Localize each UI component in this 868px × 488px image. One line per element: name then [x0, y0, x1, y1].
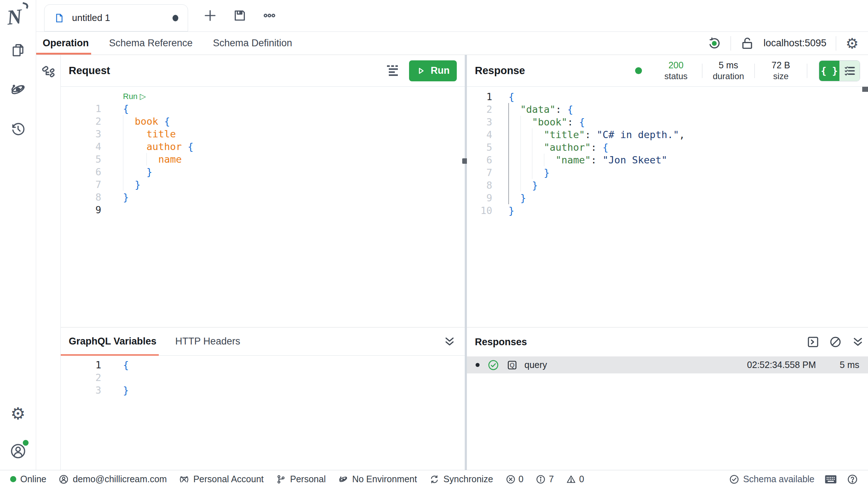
line-number: 4 [467, 128, 492, 141]
code-line[interactable]: 5 name [61, 153, 465, 166]
code-line[interactable]: 5 "author": { [467, 141, 868, 154]
line-number: 6 [467, 154, 492, 166]
tab-schema-definition[interactable]: Schema Definition [203, 32, 302, 55]
line-number: 7 [467, 166, 492, 179]
environment-atom-icon [338, 474, 348, 484]
line-number: 9 [467, 192, 492, 204]
code-line[interactable]: 10} [467, 204, 868, 217]
request-pane: Request Run Run ▷ [36, 55, 465, 470]
clear-responses-icon[interactable] [829, 335, 842, 348]
divider [836, 36, 836, 51]
history-icon[interactable] [9, 119, 27, 138]
connection-settings-gear-icon[interactable]: ⚙ [846, 36, 859, 51]
line-number: 9 [61, 204, 101, 216]
code-line[interactable]: 9 [61, 204, 465, 216]
run-button[interactable]: Run [409, 60, 457, 81]
new-tab-button[interactable] [202, 7, 218, 24]
workspace-selector[interactable]: Personal Account [179, 474, 264, 484]
help-icon[interactable] [847, 474, 858, 485]
response-history-row[interactable]: Q query 02:52:34.558 PM 5 ms [467, 356, 868, 373]
app-logo-icon[interactable]: N [7, 4, 29, 27]
success-check-icon [488, 359, 499, 371]
line-number: 1 [467, 90, 492, 103]
code-line[interactable]: 6 } [61, 166, 465, 178]
code-line[interactable]: 1{ [61, 102, 465, 115]
error-count[interactable]: 0 [506, 474, 524, 484]
line-number: 3 [61, 384, 101, 397]
collapse-panel-icon[interactable] [443, 335, 456, 348]
code-line[interactable]: 2 "data": { [467, 103, 868, 116]
settings-gear-icon[interactable]: ⚙ [9, 404, 27, 423]
code-line[interactable]: 1{ [467, 90, 868, 103]
more-options-icon[interactable] [261, 7, 278, 24]
sync-icon [429, 474, 439, 484]
request-editor[interactable]: Run ▷ 1{2 book {3 title4 author {5 name6… [61, 87, 465, 327]
code-line[interactable]: 2 [61, 371, 465, 384]
tab-http-headers[interactable]: HTTP Headers [166, 328, 250, 355]
code-line[interactable]: 4 author { [61, 140, 465, 153]
code-line[interactable]: 4 "title": "C# in depth.", [467, 128, 868, 141]
code-line[interactable]: 2 book { [61, 115, 465, 128]
tab-schema-reference[interactable]: Schema Reference [99, 32, 203, 55]
status-code-stat: 200 status [659, 60, 693, 81]
line-number: 4 [61, 140, 101, 153]
schema-status[interactable]: Schema available [729, 474, 814, 484]
line-number: 8 [467, 179, 492, 192]
lock-open-icon[interactable] [740, 37, 754, 50]
line-number: 1 [61, 359, 101, 371]
account-avatar-icon[interactable] [9, 442, 27, 461]
response-viewer[interactable]: 1{2 "data": {3 "book": {4 "title": "C# i… [467, 87, 868, 327]
code-line[interactable]: 7 } [61, 178, 465, 191]
documents-icon[interactable] [9, 41, 27, 60]
response-view-toggle: { } [819, 60, 860, 81]
code-line[interactable]: 1{ [61, 359, 465, 371]
account-email[interactable]: demo@chillicream.com [59, 474, 167, 484]
code-line[interactable]: 3 "book": { [467, 116, 868, 128]
code-view-button[interactable]: { } [819, 61, 839, 81]
code-line[interactable]: 3 title [61, 128, 465, 140]
synchronize-button[interactable]: Synchronize [429, 474, 493, 484]
request-code[interactable]: 1{2 book {3 title4 author {5 name6 }7 }8… [61, 102, 465, 216]
code-line[interactable]: 3} [61, 384, 465, 397]
tab-graphql-variables[interactable]: GraphQL Variables [61, 328, 166, 355]
play-icon [416, 66, 426, 76]
document-tab[interactable]: untitled 1 [44, 4, 188, 31]
info-count[interactable]: 7 [536, 474, 554, 484]
line-number: 7 [61, 178, 101, 191]
query-kind-icon: Q [506, 359, 518, 371]
code-line[interactable]: 8 } [467, 179, 868, 192]
request-tool-gutter [36, 55, 61, 470]
code-line[interactable]: 6 "name": "Jon Skeet" [467, 154, 868, 166]
run-codelens[interactable]: Run ▷ [61, 90, 465, 102]
collapse-panel-icon[interactable] [851, 335, 864, 348]
variables-editor[interactable]: 1{23} [61, 356, 465, 470]
code-line[interactable]: 7 } [467, 166, 868, 179]
open-in-console-icon[interactable] [807, 335, 820, 348]
operations-tree-icon[interactable] [41, 64, 56, 80]
variables-code[interactable]: 1{23} [61, 359, 465, 397]
scrollbar-thumb[interactable] [862, 87, 868, 92]
line-number: 2 [61, 115, 101, 128]
tab-operation[interactable]: Operation [36, 32, 99, 55]
request-panel: Request Run Run ▷ [61, 55, 465, 470]
format-document-icon[interactable] [385, 63, 400, 79]
info-circle-icon [536, 474, 546, 484]
environment-selector[interactable]: No Environment [338, 474, 417, 484]
list-view-button[interactable] [839, 61, 860, 81]
line-number: 10 [467, 204, 492, 217]
code-line[interactable]: 8} [61, 191, 465, 204]
file-icon [54, 12, 65, 24]
warning-count[interactable]: 0 [566, 474, 584, 484]
keyboard-shortcuts-icon[interactable] [825, 474, 837, 484]
endpoint-address[interactable]: localhost:5095 [763, 38, 826, 49]
response-duration: 5 ms [816, 360, 859, 370]
response-code[interactable]: 1{2 "data": {3 "book": {4 "title": "C# i… [467, 90, 868, 217]
save-button[interactable] [231, 7, 248, 24]
atom-icon[interactable] [9, 80, 27, 99]
response-timestamp: 02:52:34.558 PM [747, 360, 816, 370]
refresh-status-icon[interactable] [707, 37, 721, 50]
online-status[interactable]: Online [10, 474, 46, 484]
schema-check-icon [729, 474, 739, 484]
project-selector[interactable]: Personal [276, 474, 326, 484]
code-line[interactable]: 9 } [467, 192, 868, 204]
